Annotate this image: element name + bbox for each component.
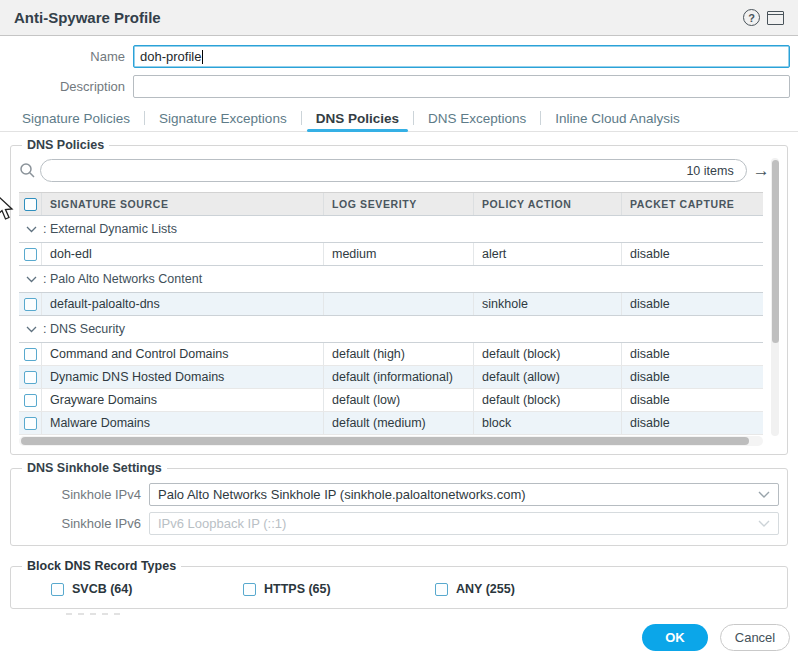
table-row[interactable]: Malware Domainsdefault (medium)blockdisa… bbox=[19, 412, 763, 435]
row-checkbox[interactable] bbox=[24, 371, 37, 384]
cell-policy-action: sinkhole bbox=[473, 293, 621, 315]
block-dns-option: ANY (255) bbox=[435, 582, 627, 596]
export-arrow-icon[interactable]: → bbox=[753, 162, 770, 179]
dns-policies-legend: DNS Policies bbox=[22, 138, 109, 153]
tab-signature-policies[interactable]: Signature Policies bbox=[8, 105, 144, 131]
sinkhole-ipv6-label: Sinkhole IPv6 bbox=[11, 516, 149, 531]
row-checkbox[interactable] bbox=[24, 394, 37, 407]
block-dns-option-label: ANY (255) bbox=[456, 582, 515, 596]
name-field[interactable]: doh-profile bbox=[133, 45, 790, 68]
group-row[interactable]: : Palo Alto Networks Content bbox=[19, 265, 763, 293]
column-header[interactable]: LOG SEVERITY bbox=[323, 193, 473, 215]
chevron-down-icon[interactable] bbox=[26, 226, 37, 233]
search-icon bbox=[19, 162, 36, 179]
cell-policy-action: default (allow) bbox=[473, 366, 621, 388]
dialog-titlebar: Anti-Spyware Profile ? bbox=[0, 0, 798, 36]
group-row[interactable]: : External Dynamic Lists bbox=[19, 215, 763, 243]
clipped-text-artifact bbox=[66, 613, 122, 615]
dns-policies-table: SIGNATURE SOURCELOG SEVERITYPOLICY ACTIO… bbox=[19, 192, 763, 435]
sinkhole-ipv4-label: Sinkhole IPv4 bbox=[11, 487, 149, 502]
block-dns-option: HTTPS (65) bbox=[243, 582, 435, 596]
group-label: : DNS Security bbox=[43, 322, 125, 336]
cell-policy-action: alert bbox=[473, 243, 621, 265]
sinkhole-ipv6-value: IPv6 Loopback IP (::1) bbox=[158, 516, 286, 531]
cell-policy-action: block bbox=[473, 412, 621, 434]
cell-log-severity: default (medium) bbox=[323, 412, 473, 434]
table-row[interactable]: Command and Control Domainsdefault (high… bbox=[19, 343, 763, 366]
column-header[interactable]: PACKET CAPTURE bbox=[621, 193, 753, 215]
column-header[interactable]: SIGNATURE SOURCE bbox=[41, 193, 323, 215]
block-dns-checkbox[interactable] bbox=[243, 583, 256, 596]
block-dns-option-label: HTTPS (65) bbox=[264, 582, 331, 596]
cell-policy-action: default (block) bbox=[473, 389, 621, 411]
table-row[interactable]: default-paloalto-dnssinkholedisable bbox=[19, 293, 763, 316]
group-row[interactable]: : DNS Security bbox=[19, 315, 763, 343]
cancel-button[interactable]: Cancel bbox=[720, 624, 790, 651]
profile-form: Name doh-profile Description bbox=[0, 36, 798, 98]
dialog-footer: OK Cancel bbox=[642, 624, 790, 651]
text-caret bbox=[202, 50, 203, 64]
table-header-row: SIGNATURE SOURCELOG SEVERITYPOLICY ACTIO… bbox=[19, 192, 763, 216]
table-row[interactable]: Grayware Domainsdefault (low)default (bl… bbox=[19, 389, 763, 412]
cell-signature-source: Dynamic DNS Hosted Domains bbox=[41, 366, 323, 388]
dns-policies-section: DNS Policies 10 items → › SIGNATURE SOUR… bbox=[10, 145, 788, 455]
row-checkbox[interactable] bbox=[24, 248, 37, 261]
cell-log-severity bbox=[323, 293, 473, 315]
cell-packet-capture: disable bbox=[621, 412, 753, 434]
column-header[interactable]: POLICY ACTION bbox=[473, 193, 621, 215]
name-label: Name bbox=[0, 49, 133, 64]
cell-signature-source: Grayware Domains bbox=[41, 389, 323, 411]
chevron-down-icon bbox=[758, 491, 770, 498]
vertical-scrollbar[interactable] bbox=[771, 158, 779, 436]
chevron-down-icon[interactable] bbox=[26, 326, 37, 333]
table-toolbar: 10 items → › bbox=[11, 146, 787, 188]
select-all-checkbox[interactable] bbox=[24, 198, 37, 211]
tab-signature-exceptions[interactable]: Signature Exceptions bbox=[145, 105, 301, 131]
sinkhole-ipv4-value: Palo Alto Networks Sinkhole IP (sinkhole… bbox=[158, 487, 526, 502]
cell-signature-source: Command and Control Domains bbox=[41, 343, 323, 365]
table-row[interactable]: Dynamic DNS Hosted Domainsdefault (infor… bbox=[19, 366, 763, 389]
tab-dns-policies[interactable]: DNS Policies bbox=[302, 105, 413, 131]
group-label: : Palo Alto Networks Content bbox=[43, 272, 202, 286]
block-dns-checkbox[interactable] bbox=[51, 583, 64, 596]
chevron-down-icon[interactable] bbox=[26, 276, 37, 283]
sinkhole-ipv4-select[interactable]: Palo Alto Networks Sinkhole IP (sinkhole… bbox=[149, 483, 779, 506]
dns-sinkhole-section: DNS Sinkhole Settings Sinkhole IPv4 Palo… bbox=[10, 468, 788, 546]
window-icon[interactable] bbox=[767, 11, 784, 25]
cell-packet-capture: disable bbox=[621, 243, 753, 265]
horizontal-scrollbar[interactable] bbox=[19, 436, 763, 446]
cell-packet-capture: disable bbox=[621, 293, 753, 315]
row-checkbox[interactable] bbox=[24, 348, 37, 361]
cell-packet-capture: disable bbox=[621, 343, 753, 365]
cell-signature-source: doh-edl bbox=[41, 243, 323, 265]
tab-bar: Signature PoliciesSignature ExceptionsDN… bbox=[0, 105, 798, 132]
cell-log-severity: medium bbox=[323, 243, 473, 265]
ok-button[interactable]: OK bbox=[642, 624, 708, 651]
sinkhole-ipv6-select[interactable]: IPv6 Loopback IP (::1) bbox=[149, 512, 779, 535]
cell-log-severity: default (low) bbox=[323, 389, 473, 411]
block-dns-option-label: SVCB (64) bbox=[72, 582, 132, 596]
items-count-badge: 10 items bbox=[686, 164, 733, 178]
block-dns-section: Block DNS Record Types SVCB (64)HTTPS (6… bbox=[10, 566, 788, 609]
search-input[interactable]: 10 items bbox=[40, 159, 747, 182]
block-dns-legend: Block DNS Record Types bbox=[22, 559, 181, 574]
horizontal-scrollbar-thumb[interactable] bbox=[21, 437, 749, 445]
group-label: : External Dynamic Lists bbox=[43, 222, 177, 236]
row-checkbox[interactable] bbox=[24, 298, 37, 311]
tab-inline-cloud-analysis[interactable]: Inline Cloud Analysis bbox=[541, 105, 694, 131]
block-dns-checkbox[interactable] bbox=[435, 583, 448, 596]
help-icon[interactable]: ? bbox=[743, 9, 760, 26]
description-field[interactable] bbox=[133, 75, 790, 98]
cell-log-severity: default (informational) bbox=[323, 366, 473, 388]
cell-packet-capture: disable bbox=[621, 389, 753, 411]
tab-dns-exceptions[interactable]: DNS Exceptions bbox=[414, 105, 540, 131]
block-dns-option: SVCB (64) bbox=[51, 582, 243, 596]
dns-policies-table-body: : External Dynamic Listsdoh-edlmediumale… bbox=[19, 215, 763, 435]
vertical-scrollbar-thumb[interactable] bbox=[772, 160, 779, 343]
row-checkbox[interactable] bbox=[24, 417, 37, 430]
description-label: Description bbox=[0, 79, 133, 94]
cell-signature-source: default-paloalto-dns bbox=[41, 293, 323, 315]
table-row[interactable]: doh-edlmediumalertdisable bbox=[19, 243, 763, 266]
chevron-down-icon bbox=[758, 520, 770, 527]
cell-packet-capture: disable bbox=[621, 366, 753, 388]
